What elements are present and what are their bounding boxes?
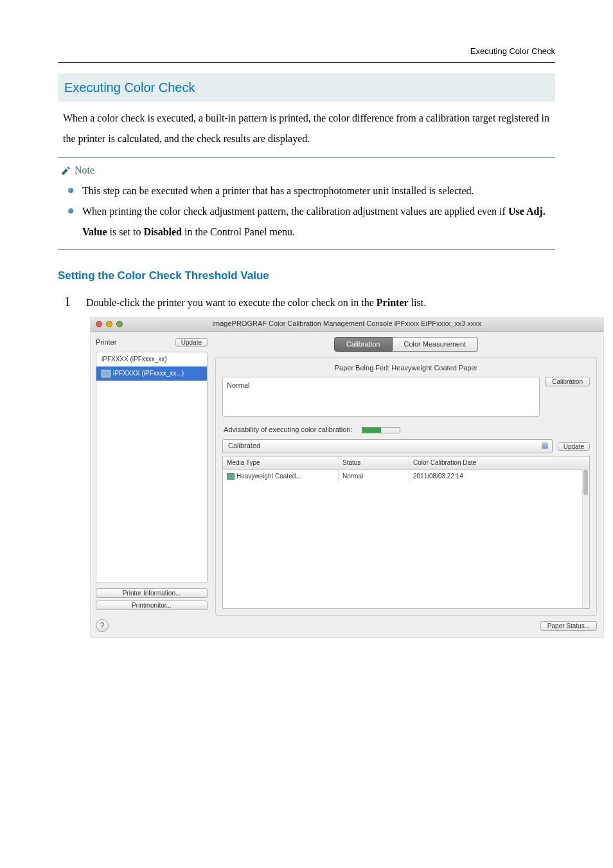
note-block: Note This step can be executed when a pr…	[58, 157, 555, 251]
section-heading: Executing Color Check	[58, 73, 555, 102]
printer-list-item[interactable]: iPFXXXX (iPFxxxx_xx)	[96, 352, 207, 366]
tab-bar: Calibration Color Measurement	[215, 337, 597, 352]
printer-list[interactable]: iPFXXXX (iPFxxxx_xx) iPFXXXX (iPFxxxx_xx…	[96, 352, 208, 583]
note-header: Note	[60, 162, 553, 179]
cell-status: Normal	[339, 470, 409, 483]
cell-media-type: Heavyweight Coated...	[236, 473, 301, 480]
printer-list-item-selected[interactable]: iPFXXXX (iPFxxxx_xx...)	[96, 366, 207, 381]
app-window: imagePROGRAF Color Calibration Managemen…	[90, 317, 604, 638]
calibration-panel: Paper Being Fed: Heavyweight Coated Pape…	[215, 357, 597, 616]
step-1-number: 1	[64, 291, 73, 312]
printer-list-item-label: iPFXXXX (iPFxxxx_xx...)	[113, 368, 184, 379]
note-item-1: This step can be executed when a printer…	[67, 181, 550, 201]
table-scrollbar[interactable]	[582, 469, 589, 608]
tab-calibration[interactable]: Calibration	[334, 337, 393, 352]
main-pane: Calibration Color Measurement Paper Bein…	[213, 332, 603, 638]
table-header: Media Type Status Color Calibration Date	[223, 457, 589, 470]
printer-information-button[interactable]: Printer Information...	[96, 588, 208, 598]
step-1: 1 Double-click the printer you want to e…	[64, 291, 555, 312]
advisability-bar	[362, 427, 400, 433]
tab-color-measurement[interactable]: Color Measurement	[393, 337, 479, 352]
window-title: imagePROGRAF Color Calibration Managemen…	[91, 318, 603, 330]
note-2-text-c: is set to	[107, 226, 144, 237]
roll-icon	[227, 473, 235, 480]
note-label: Note	[75, 162, 94, 179]
col-media-type[interactable]: Media Type	[223, 457, 339, 469]
step-1-text-a: Double-click the printer you want to exe…	[86, 297, 377, 308]
cell-date: 2011/08/03 22:14	[409, 470, 589, 483]
table-scrollbar-thumb[interactable]	[583, 469, 588, 495]
intro-paragraph: When a color check is executed, a built-…	[63, 108, 550, 149]
printmonitor-button[interactable]: Printmonitor...	[96, 601, 208, 610]
note-2-bold-d: Disabled	[143, 226, 182, 237]
help-button[interactable]: ?	[96, 619, 109, 632]
media-table: Media Type Status Color Calibration Date…	[222, 456, 590, 609]
sidebar-update-button[interactable]: Update	[175, 338, 208, 347]
col-status[interactable]: Status	[339, 457, 409, 469]
header-rule	[58, 62, 555, 63]
note-icon	[60, 165, 72, 176]
subsection-heading: Setting the Color Check Threshold Value	[58, 267, 555, 284]
calibrated-select[interactable]: Calibrated	[222, 439, 553, 453]
note-item-2: When printing the color check adjustment…	[67, 201, 550, 242]
advisability-label: Advisability of executing color calibrat…	[224, 424, 353, 436]
table-row[interactable]: Heavyweight Coated... Normal 2011/08/03 …	[223, 470, 589, 483]
sidebar-printer-label: Printer	[96, 337, 116, 348]
titlebar: imagePROGRAF Color Calibration Managemen…	[91, 318, 603, 332]
paper-status-button[interactable]: Paper Status...	[540, 621, 597, 631]
panel-update-button[interactable]: Update	[558, 442, 590, 451]
note-2-text-a: When printing the color check adjustment…	[82, 206, 508, 217]
calibration-button[interactable]: Calibration	[545, 377, 590, 386]
step-1-text-c: list.	[409, 297, 427, 308]
col-calibration-date[interactable]: Color Calibration Date	[409, 457, 589, 469]
sidebar: Printer Update iPFXXXX (iPFxxxx_xx) iPFX…	[91, 332, 213, 638]
note-2-text-e: in the Control Panel menu.	[182, 226, 295, 237]
paper-being-fed-label: Paper Being Fed: Heavyweight Coated Pape…	[222, 363, 590, 374]
header-right-label: Executing Color Check	[58, 45, 555, 62]
step-1-bold: Printer	[377, 297, 409, 308]
status-box: Normal	[222, 377, 540, 417]
